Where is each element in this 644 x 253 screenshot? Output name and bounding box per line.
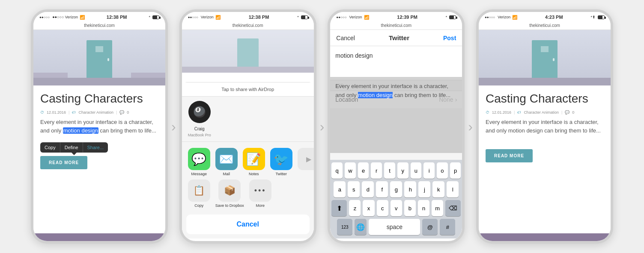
key-hash[interactable]: # [440, 219, 455, 235]
read-more-btn-1[interactable]: READ MORE [40, 156, 87, 169]
key-r[interactable]: r [371, 162, 382, 179]
share-notes[interactable]: 📝 Notes [243, 148, 265, 176]
meta-clock-icon-4: ⏱ [486, 110, 489, 115]
key-l[interactable]: l [447, 181, 459, 197]
key-n[interactable]: n [418, 200, 429, 216]
status-bar-4: ●●○○○ Verizon 📶 4:23 PM *⬆ [479, 12, 611, 21]
door-2 [237, 38, 259, 68]
key-b[interactable]: b [404, 200, 416, 216]
key-delete[interactable]: ⌫ [445, 200, 461, 216]
article-body-4: Casting Characters ⏱ 12.01.2016 | 🏷 Char… [479, 85, 611, 168]
phone-content-3: Cancel Twitter Post motion design 126 Lo… [330, 30, 462, 238]
time-2: 12:38 PM [249, 15, 269, 20]
key-y[interactable]: y [397, 162, 408, 179]
context-share-btn[interactable]: Share... [83, 142, 108, 153]
twitter-post-btn[interactable]: Post [443, 35, 456, 41]
cancel-button[interactable]: Cancel [186, 215, 310, 234]
airdrop-avatar: 🎱 [188, 101, 211, 123]
key-q[interactable]: q [331, 162, 343, 179]
behind-overlay: Every element in your interface is a cha… [330, 77, 462, 153]
article-meta-4: ⏱ 12.01.2016 | 🏷 Character Animation | 💬… [486, 110, 604, 115]
address-bar-1: thekineticui.com [33, 21, 165, 30]
action-copy[interactable]: 📋 Copy [188, 179, 210, 208]
context-define-btn[interactable]: Define [60, 142, 83, 153]
key-e[interactable]: e [358, 162, 369, 179]
context-copy-btn[interactable]: Copy [40, 142, 60, 153]
airdrop-device-item[interactable]: 🎱 Craig MacBook Pro [188, 101, 211, 137]
key-k[interactable]: k [432, 181, 444, 197]
url-2: thekineticui.com [233, 23, 263, 28]
article-image-1 [33, 30, 165, 85]
key-x[interactable]: x [363, 200, 374, 216]
meta-tag-icon: 🏷 [72, 110, 76, 115]
key-d[interactable]: d [362, 181, 374, 197]
key-p[interactable]: p [450, 162, 461, 179]
floor-4 [479, 78, 611, 85]
key-s[interactable]: s [348, 181, 360, 197]
key-c[interactable]: c [377, 200, 388, 216]
read-more-btn-4[interactable]: READ MORE [486, 149, 533, 162]
article-image-4 [479, 30, 611, 85]
key-o[interactable]: o [437, 162, 448, 179]
key-j[interactable]: j [418, 181, 430, 197]
twitter-label: Twitter [275, 172, 287, 176]
bluetooth-icon-3: * [446, 15, 447, 19]
airdrop-bar: Tap to share with AirDrop [182, 82, 314, 97]
highlighted-text-1[interactable]: motion design [63, 127, 98, 134]
share-more-apps[interactable]: ▶ [298, 148, 314, 176]
wifi-icon-3: 📶 [364, 15, 369, 20]
key-i[interactable]: i [423, 162, 435, 179]
article-text-4: Every element in your interface is a cha… [486, 118, 604, 136]
signal-dots-2: ●●○○○ [188, 15, 198, 19]
key-v[interactable]: v [391, 200, 402, 216]
meta-comment-icon-4: 💬 [565, 110, 569, 115]
meta-tag-4: Character Animation [524, 110, 559, 115]
twitter-body[interactable]: motion design [330, 46, 462, 80]
message-icon: 💬 [188, 148, 210, 170]
status-left-1: ●●○○○ ●●○○○ Verizon 📶 [39, 15, 85, 20]
meta-comments-4: 0 [572, 110, 574, 115]
action-dropbox[interactable]: 📦 Save to Dropbox [215, 179, 244, 208]
key-z[interactable]: z [349, 200, 361, 216]
twitter-compose-text[interactable]: motion design [335, 51, 457, 60]
key-at[interactable]: @ [422, 219, 438, 235]
kb-row-3: ⬆ z x c v b n m ⌫ [330, 197, 462, 216]
more-icon: ••• [249, 179, 271, 202]
key-g[interactable]: g [390, 181, 402, 197]
key-h[interactable]: h [404, 181, 416, 197]
url-4: thekineticui.com [529, 23, 560, 28]
time-3: 12:39 PM [397, 15, 417, 20]
wifi-icon-2: 📶 [215, 15, 221, 20]
key-t[interactable]: t [384, 162, 395, 179]
meta-date-1: 12.01.2016 [47, 110, 66, 115]
phone-4: ●●○○○ Verizon 📶 4:23 PM *⬆ thekineticui.… [476, 9, 613, 244]
floor-1 [33, 78, 165, 85]
share-mail[interactable]: ✉️ Mail [215, 148, 238, 176]
article-title-1: Casting Characters [40, 91, 158, 106]
key-u[interactable]: u [411, 162, 422, 179]
kb-row-4: 123 🌐 space @ # [330, 216, 462, 238]
copy-label: Copy [194, 203, 203, 208]
dropbox-label: Save to Dropbox [215, 203, 244, 208]
share-message[interactable]: 💬 Message [188, 148, 210, 176]
meta-comment-icon: 💬 [119, 110, 124, 115]
key-w[interactable]: w [345, 162, 356, 179]
key-num[interactable]: 123 [337, 219, 352, 235]
key-a[interactable]: a [334, 181, 346, 197]
key-globe[interactable]: 🌐 [355, 219, 367, 235]
share-twitter[interactable]: 🐦 Twitter [270, 148, 292, 176]
notes-icon: 📝 [243, 148, 265, 170]
arrow-3: › [468, 119, 473, 135]
key-f[interactable]: f [376, 181, 388, 197]
meta-comments-1: 0 [127, 110, 129, 115]
dropbox-icon: 📦 [218, 179, 241, 202]
key-m[interactable]: m [432, 200, 443, 216]
main-container: ●●○○○ ●●○○○ Verizon 📶 12:38 PM * thekine… [0, 0, 644, 253]
key-space[interactable]: space [369, 219, 420, 235]
twitter-cancel-btn[interactable]: Cancel [336, 35, 355, 41]
carrier-label-3: Verizon [349, 15, 362, 19]
action-more[interactable]: ••• More [249, 179, 271, 208]
status-left-4: ●●○○○ Verizon 📶 [485, 15, 517, 20]
battery-4 [598, 15, 605, 19]
key-shift[interactable]: ⬆ [331, 200, 347, 216]
